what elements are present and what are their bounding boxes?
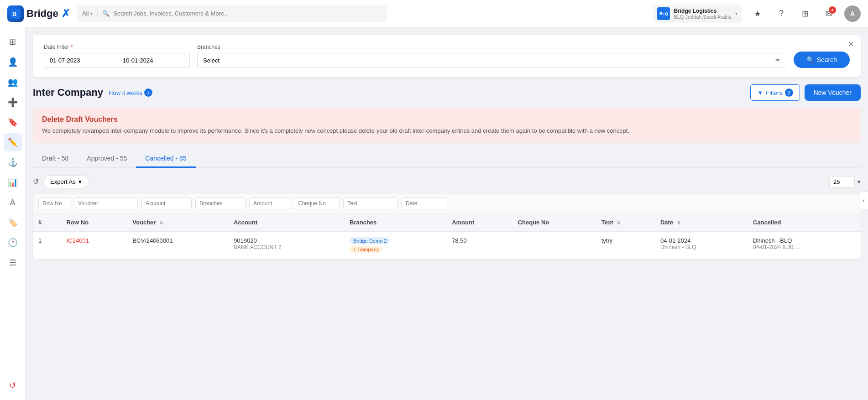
cancelled-sub: 04-01-2024 8:30 ... (753, 244, 855, 250)
search-button[interactable]: 🔍 Search (794, 52, 850, 68)
data-table: # Row No Voucher ⇅ Account Branches Amou… (33, 213, 861, 259)
voucher-filter-input[interactable] (74, 197, 138, 209)
how-it-works-label: How it works (109, 89, 142, 96)
search-btn-icon: 🔍 (806, 56, 814, 63)
info-icon: i (144, 88, 152, 97)
chequeno-filter-input[interactable] (294, 197, 340, 209)
tab-approved[interactable]: Approved - 55 (78, 150, 136, 168)
sidebar-item-list[interactable]: ☰ (4, 254, 22, 266)
how-it-works-link[interactable]: How it works i (109, 88, 152, 97)
search-magnifier-icon: 🔍 (102, 10, 110, 17)
user-avatar[interactable]: A (844, 5, 861, 22)
company-selector[interactable]: BLQ Bridge Logistics BLQ Jeddah,Saudi Ar… (653, 5, 742, 23)
text-filter-input[interactable] (343, 197, 398, 209)
logo-icon: B (7, 5, 24, 22)
help-button[interactable]: ? (773, 5, 790, 22)
favorites-button[interactable]: ★ (749, 5, 766, 22)
cell-branches: Bridge Demo 2 1 Company (344, 231, 446, 259)
sidebar-item-anchor[interactable]: ⚓ (4, 153, 22, 171)
date-filter-group: Date Filter * (44, 44, 190, 68)
filter-all-label: All (82, 10, 89, 17)
row-link-ic24001[interactable]: IC24001 (67, 237, 89, 244)
sidebar-item-edit[interactable]: ✏️ (4, 133, 22, 151)
notifications-button[interactable]: ✉ 4 (821, 5, 837, 22)
amount-filter-input[interactable] (249, 197, 290, 209)
col-header-amount: Amount (446, 213, 512, 232)
account-name: BANK ACCOUNT 2 (234, 244, 339, 250)
search-area: All ▾ 🔍 (77, 5, 387, 22)
alert-banner: Delete Draft Vouchers We completely reva… (33, 108, 861, 143)
logo-area: B Bridge ✗ (7, 5, 71, 22)
account-filter-input[interactable] (141, 197, 192, 209)
table-row: 1 IC24001 BCV/24060001 9019020 BANK ACCO… (33, 231, 861, 259)
company-dropdown-icon: ▾ (735, 11, 737, 16)
top-nav: B Bridge ✗ All ▾ 🔍 BLQ Bridge Logistics … (0, 0, 868, 27)
filters-label: Filters (766, 89, 782, 96)
export-as-button[interactable]: Export As ▾ (43, 175, 89, 188)
cancelled-main: Dhinesh - BLQ (753, 237, 855, 244)
new-voucher-button[interactable]: New Voucher (805, 84, 861, 101)
logo-text: Bridge (26, 8, 58, 20)
sidebar-item-users[interactable]: 👥 (4, 73, 22, 91)
per-page-selector: 25 50 100 ▾ (829, 176, 861, 187)
column-filters-row (33, 194, 861, 213)
table-header-row: # Row No Voucher ⇅ Account Branches Amou… (33, 213, 861, 232)
filter-panel-close-button[interactable]: ✕ (847, 39, 854, 49)
export-arrow-icon: ▾ (78, 178, 82, 185)
branches-filter-group: Branches Select (197, 44, 786, 68)
toolbar-left: ↺ Export As ▾ (33, 175, 89, 188)
date-from-input[interactable] (44, 53, 117, 68)
cell-chequeno (512, 231, 596, 259)
search-filter-dropdown[interactable]: All ▾ (82, 10, 98, 17)
tab-cancelled[interactable]: Cancelled - 65 (136, 150, 195, 168)
filter-funnel-icon: ▼ (757, 89, 763, 96)
branches-select[interactable]: Select (197, 53, 786, 68)
date-sub: Dhinesh - BLQ (660, 244, 742, 250)
global-search-input[interactable] (113, 10, 382, 17)
company-logo: BLQ (657, 7, 670, 20)
branches-filter-input[interactable] (195, 197, 246, 209)
cell-text: tytry (596, 231, 655, 259)
sidebar-item-user[interactable]: 👤 (4, 53, 22, 71)
col-header-account: Account (228, 213, 344, 232)
per-page-dropdown-icon: ▾ (858, 178, 861, 185)
cell-rowno[interactable]: IC24001 (61, 231, 127, 259)
col-header-chequeno: Cheque No (512, 213, 596, 232)
tab-draft[interactable]: Draft - 58 (33, 150, 78, 168)
rowno-filter-input[interactable] (38, 197, 70, 209)
col-header-rowno: Row No (61, 213, 127, 232)
refresh-table-button[interactable]: ↺ (33, 177, 39, 186)
sidebar-item-tag[interactable]: 🏷️ (4, 213, 22, 232)
tabs-container: Draft - 58 Approved - 55 Cancelled - 65 (33, 150, 861, 168)
collapse-sidebar-toggle[interactable]: ‹ (859, 191, 868, 209)
toolbar: ↺ Export As ▾ 25 50 100 ▾ (33, 175, 861, 188)
account-code: 9019020 (234, 237, 339, 244)
alert-text: We completely revamped inter-company mod… (42, 126, 852, 135)
cell-cancelled: Dhinesh - BLQ 04-01-2024 8:30 ... (748, 231, 861, 259)
per-page-select[interactable]: 25 50 100 (829, 176, 855, 187)
page-title-area: Inter Company How it works i (33, 87, 152, 99)
sidebar-item-user-plus[interactable]: ➕ (4, 93, 22, 111)
sidebar-item-bookmark[interactable]: 🔖 (4, 113, 22, 131)
table-scroll: # Row No Voucher ⇅ Account Branches Amou… (33, 194, 861, 259)
cell-amount: 78.50 (446, 231, 512, 259)
sidebar-item-font[interactable]: A (4, 193, 22, 212)
sidebar: ⊞ 👤 👥 ➕ 🔖 ✏️ ⚓ 📊 A 🏷️ 🕐 ☰ ↺ (0, 27, 26, 266)
company-info: Bridge Logistics BLQ Jeddah,Saudi Arabia (674, 8, 732, 20)
date-to-input[interactable] (117, 53, 190, 68)
sidebar-item-clock[interactable]: 🕐 (4, 234, 22, 252)
cell-index: 1 (33, 231, 61, 259)
col-header-voucher: Voucher ⇅ (127, 213, 228, 232)
header-actions: ▼ Filters 2 New Voucher (750, 84, 861, 101)
sidebar-item-dashboard[interactable]: ⊞ (4, 33, 22, 51)
apps-grid-button[interactable]: ⊞ (797, 5, 813, 22)
date-filter-label: Date Filter * (44, 44, 190, 50)
filters-button[interactable]: ▼ Filters 2 (750, 84, 800, 101)
page-title: Inter Company (33, 87, 103, 99)
date-filter-input[interactable] (402, 197, 447, 209)
cell-voucher: BCV/24060001 (127, 231, 228, 259)
filter-panel: ✕ Date Filter * Branches Select 🔍 Searc (33, 35, 861, 77)
sidebar-item-chart[interactable]: 📊 (4, 173, 22, 192)
company-name: Bridge Logistics (674, 8, 732, 14)
filter-count-badge: 2 (785, 88, 793, 97)
